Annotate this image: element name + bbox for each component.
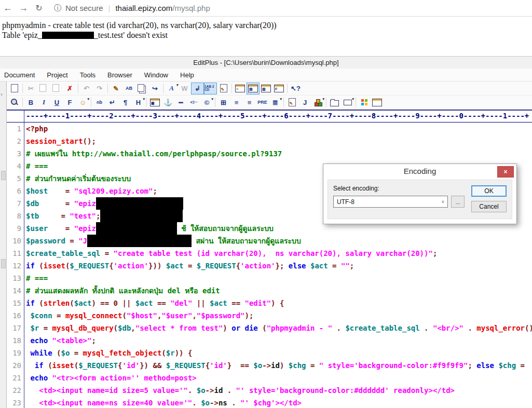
line-break-icon[interactable]: ↵ xyxy=(106,97,119,108)
line-number: 14 xyxy=(7,284,24,297)
url-divider: | xyxy=(108,4,111,12)
image-icon[interactable]: ▦ xyxy=(148,97,161,108)
paste-icon[interactable] xyxy=(50,83,63,94)
toolbar-separator xyxy=(215,98,215,107)
code-line[interactable]: 21 echo "<tr><form action='' method=post… xyxy=(7,372,532,384)
comment-tag-icon[interactable]: <!·· xyxy=(187,97,200,108)
heading-icon[interactable]: H▾ xyxy=(132,97,145,108)
find-icon[interactable]: ✎ xyxy=(110,83,122,94)
find-in-files-icon[interactable] xyxy=(135,83,148,94)
url-path[interactable]: /mysql.php xyxy=(172,4,210,12)
table-icon[interactable]: ⊞ xyxy=(217,97,230,108)
line-number: 17 xyxy=(7,322,24,334)
splitter-handle[interactable] xyxy=(1,259,6,268)
code-line[interactable]: 1<?php xyxy=(7,123,532,135)
forward-icon[interactable]: → xyxy=(16,3,31,13)
code-line[interactable]: 13# === xyxy=(7,272,532,284)
ok-button[interactable]: OK xyxy=(471,185,507,197)
replace-icon[interactable]: AB xyxy=(122,83,135,94)
code-line[interactable]: 14# ส่วนแสดงผลหลัก ทั้งปกติ และหลังกดปุ่… xyxy=(7,284,532,297)
code-line[interactable]: 22 <td><input name=id size=5 value='". $… xyxy=(7,384,532,397)
frameset-icon[interactable] xyxy=(371,97,384,108)
nonbreaking-space-icon[interactable]: nb xyxy=(93,97,106,108)
object-icon[interactable]: ▾ xyxy=(311,97,324,108)
side-panel-strip[interactable]: ˅ xyxy=(0,81,7,408)
line-number: 7 xyxy=(7,197,24,210)
word-count-icon[interactable]: W xyxy=(178,83,191,94)
code-line[interactable]: 12if (isset($_REQUEST{'action'})) $act =… xyxy=(7,260,532,272)
code-line[interactable]: 19 while ($o = mysql_fetch_object($r)) { xyxy=(7,347,532,359)
code-text: <td><input name=ns size=40 value='". $o-… xyxy=(24,397,532,408)
code-line[interactable]: 18 echo "<table>"; xyxy=(7,334,532,347)
code-text: $create_table_sql = "create table test (… xyxy=(24,247,532,260)
menu-item-help[interactable]: Help xyxy=(180,71,194,79)
browser-preview-icon[interactable] xyxy=(8,97,21,108)
delete-icon[interactable]: ✗ xyxy=(63,83,76,94)
menu-item-browser[interactable]: Browser xyxy=(107,71,132,79)
close-icon[interactable]: × xyxy=(497,166,514,178)
menu-item-window[interactable]: Window xyxy=(144,71,168,79)
word-wrap-icon[interactable]: ↲ xyxy=(191,83,204,94)
tools-window-icon[interactable]: ▨ xyxy=(260,83,272,94)
submit-button-icon[interactable]: ▾ xyxy=(341,97,354,108)
code-text: $password = "J สผ่าน ให้สอบถามจากผู้ดูแล… xyxy=(24,235,532,247)
function-list-icon[interactable]: F xyxy=(272,83,285,94)
paragraph-icon[interactable]: ¶ xyxy=(119,97,132,108)
javascript-icon[interactable]: J xyxy=(298,97,311,108)
horizontal-rule-icon[interactable]: ━ xyxy=(174,97,187,108)
font-tag-icon[interactable]: F xyxy=(63,97,76,108)
menu-item-tools[interactable]: Tools xyxy=(80,71,96,79)
cancel-button[interactable]: Cancel xyxy=(471,201,507,212)
preferences-icon[interactable]: ✎ xyxy=(217,83,230,94)
code-line[interactable]: 3# เผยแพร่ใน http://www.thaiall.com/perl… xyxy=(7,147,532,160)
code-line[interactable]: 10$password = "J สผ่าน ให้สอบถามจากผู้ดู… xyxy=(7,235,532,247)
copy-icon[interactable] xyxy=(37,83,50,94)
preformatted-icon[interactable]: PRE xyxy=(256,97,269,108)
context-help-icon[interactable]: ↖? xyxy=(289,83,302,94)
browse-button[interactable]: ... xyxy=(451,196,465,208)
url-host[interactable]: thaiall.epizy.com xyxy=(115,4,172,12)
ruler-marks: ----+----1----+----2----+----3----+----4… xyxy=(24,111,532,122)
splitter-handle[interactable] xyxy=(1,171,6,180)
list-icon[interactable]: ≣▾ xyxy=(269,97,282,108)
code-line[interactable]: 2session_start(); xyxy=(7,135,532,147)
sidebar-window-icon[interactable]: ▤ xyxy=(247,83,260,94)
emoticon-icon[interactable]: ☺▾ xyxy=(76,97,89,108)
cliptext-window-icon[interactable]: ≡ xyxy=(234,83,247,94)
code-text: session_start(); xyxy=(24,135,532,147)
reload-icon[interactable]: ↻ xyxy=(31,3,47,13)
line-number: 19 xyxy=(7,347,24,359)
center-align-icon[interactable]: ≡ xyxy=(230,97,243,108)
underline-icon[interactable]: U xyxy=(50,97,63,108)
anchor-icon[interactable]: ⚓ xyxy=(161,97,174,108)
redo-icon[interactable]: ↷ xyxy=(93,83,106,94)
line-number-icon[interactable]: 1AB 2CD xyxy=(204,83,217,94)
code-line[interactable]: 17 $r = mysql_db_query($db,"select * fro… xyxy=(7,322,532,334)
code-line[interactable]: 23 <td><input name=ns size=40 value='". … xyxy=(7,397,532,408)
line-number: 1 xyxy=(7,123,24,135)
undo-icon[interactable]: ↶ xyxy=(80,83,93,94)
font-icon[interactable]: A▾ xyxy=(165,83,178,94)
italic-icon[interactable]: I xyxy=(37,97,50,108)
copyright-icon[interactable]: ©▾ xyxy=(200,97,213,108)
code-text: if (strlen($act) == 0 || $act == "del" |… xyxy=(24,297,532,309)
new-document-icon[interactable] xyxy=(8,83,21,94)
menu-item-document[interactable]: Document xyxy=(4,71,35,79)
right-align-icon[interactable]: ≡ xyxy=(243,97,256,108)
code-line[interactable]: 11$create_table_sql = "create table test… xyxy=(7,247,532,260)
code-line[interactable]: 15if (strlen($act) == 0 || $act == "del"… xyxy=(7,297,532,309)
encoding-select[interactable]: UTF-8 ˅ xyxy=(333,196,448,208)
form-icon[interactable] xyxy=(328,97,341,108)
script-icon[interactable]: ✎ xyxy=(285,97,298,108)
info-icon[interactable]: ⓘ xyxy=(54,4,61,13)
cut-icon[interactable]: ✂ xyxy=(24,83,37,94)
bold-icon[interactable]: B xyxy=(24,97,37,108)
code-line[interactable]: 20 if (isset($_REQUEST{'id'}) && $_REQUE… xyxy=(7,359,532,372)
goto-line-icon[interactable]: ↪ xyxy=(148,83,161,94)
menu-item-project[interactable]: Project xyxy=(47,71,67,79)
code-line[interactable]: 16 $conn = mysql_connect("$host","$user"… xyxy=(7,309,532,322)
line-number: 2 xyxy=(7,135,24,147)
back-icon[interactable]: ← xyxy=(0,3,16,13)
browser-window-icon[interactable] xyxy=(358,97,371,108)
line-number: 21 xyxy=(7,372,24,384)
